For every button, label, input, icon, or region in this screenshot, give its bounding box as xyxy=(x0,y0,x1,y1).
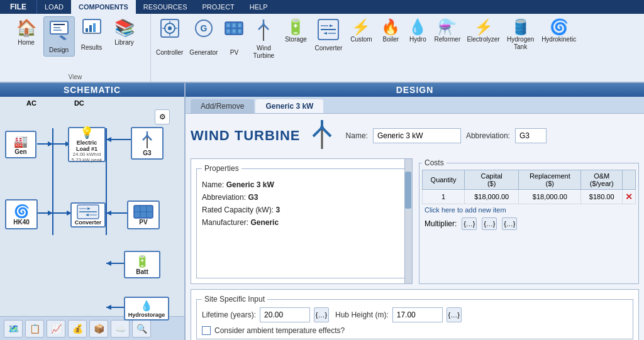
file-tab[interactable]: FILE xyxy=(0,0,37,14)
menu-help[interactable]: HELP xyxy=(242,0,275,14)
electrolyzer-button[interactable]: ⚡ Electrolyzer xyxy=(464,16,502,45)
hk40-node[interactable]: 🌀 HK40 xyxy=(5,199,38,229)
svg-rect-8 xyxy=(93,23,96,32)
ambient-temp-label: Consider ambient temperature effects? xyxy=(214,326,345,335)
wind-turbine-icon xyxy=(253,18,274,45)
col-capital: Capital($) xyxy=(465,170,519,190)
electric-load-node[interactable]: 💡 Electric Load #1 24.00 kWh/d5.73 kW pe… xyxy=(68,127,106,162)
multiplier-label: Multiplier: xyxy=(425,219,457,228)
settings-button[interactable]: ⚙ xyxy=(155,109,170,124)
boiler-button[interactable]: 🔥 Boiler xyxy=(377,16,404,45)
properties-scrollbar[interactable] xyxy=(404,159,412,283)
g3-node[interactable]: G3 xyxy=(131,127,164,160)
lifetime-input[interactable] xyxy=(260,307,310,322)
cost-replacement[interactable]: $18,000.00 xyxy=(519,190,581,204)
view-section-label: View xyxy=(69,74,82,80)
storage-icon: 🔋 xyxy=(286,18,305,36)
svg-marker-59 xyxy=(106,305,111,310)
hub-height-formula-button[interactable]: {…} xyxy=(447,307,462,322)
svg-marker-55 xyxy=(106,211,111,216)
hydrogen-tank-button[interactable]: 🛢️ HydrogenTank xyxy=(504,16,538,53)
lifetime-label: Lifetime (years): xyxy=(202,310,256,319)
menu-load[interactable]: LOAD xyxy=(37,0,71,14)
pv-button[interactable]: PV xyxy=(221,16,247,58)
search-button[interactable]: 🔍 xyxy=(132,320,151,337)
package-button[interactable]: 📦 xyxy=(89,320,108,337)
svg-rect-28 xyxy=(238,30,241,33)
pv-node[interactable]: PV xyxy=(127,200,160,229)
cloud-button[interactable]: ☁️ xyxy=(111,320,130,337)
multiplier-btn-1[interactable]: {…} xyxy=(462,217,477,230)
menu-resources[interactable]: RESOURCES xyxy=(136,0,195,14)
hub-height-input[interactable] xyxy=(392,307,443,322)
menu-components[interactable]: COMPONENTS xyxy=(71,0,136,14)
converter-icon xyxy=(317,18,340,45)
reformer-icon: ⚗️ xyxy=(438,18,457,36)
svg-rect-26 xyxy=(227,30,230,33)
design-button[interactable]: Design xyxy=(43,16,75,57)
multiplier-btn-3[interactable]: {…} xyxy=(502,217,517,230)
ac-label: AC xyxy=(26,99,36,107)
svg-marker-47 xyxy=(106,137,111,142)
results-icon xyxy=(82,18,102,43)
svg-rect-7 xyxy=(89,25,92,32)
cost-om[interactable]: $180.00 xyxy=(581,190,623,204)
prop-name-row: Name: Generic 3 kW xyxy=(202,180,401,189)
svg-rect-25 xyxy=(238,24,241,27)
svg-point-12 xyxy=(168,26,172,30)
custom-icon: ⚡ xyxy=(352,18,370,36)
custom-button[interactable]: ⚡ Custom xyxy=(346,16,376,45)
map-button[interactable]: 🗺️ xyxy=(4,320,23,337)
design-icon xyxy=(48,19,70,45)
svg-line-33 xyxy=(258,25,264,30)
col-replacement: Replacement($) xyxy=(519,170,581,190)
storage-button[interactable]: 🔋 Storage xyxy=(280,16,311,45)
hydro-button[interactable]: 💧 Hydro xyxy=(405,16,430,45)
hydrokinetic-icon: 🌀 xyxy=(550,18,569,36)
cost-button[interactable]: 💰 xyxy=(68,320,87,337)
cost-capital[interactable]: $18,000.00 xyxy=(465,190,519,204)
gen-node[interactable]: 🏭 Gen xyxy=(5,131,36,158)
svg-text:G: G xyxy=(200,23,207,33)
converter-button[interactable]: Converter xyxy=(312,16,345,54)
chart-button[interactable]: 📈 xyxy=(47,320,65,337)
svg-rect-27 xyxy=(233,30,235,33)
schematic-title: SCHEMATIC xyxy=(0,83,184,97)
name-input[interactable] xyxy=(373,128,461,143)
wind-turbine-button[interactable]: WindTurbine xyxy=(248,16,279,62)
add-item-row[interactable]: Click here to add new item xyxy=(422,204,636,216)
electrolyzer-icon: ⚡ xyxy=(474,18,493,36)
reformer-button[interactable]: ⚗️ Reformer xyxy=(431,16,463,45)
hydrokinetic-button[interactable]: 🌀 Hydrokinetic xyxy=(539,16,579,45)
site-specific-legend: Site Specific Input xyxy=(202,295,267,304)
col-quantity: Quantity xyxy=(423,170,465,190)
multiplier-btn-2[interactable]: {…} xyxy=(482,217,497,230)
svg-marker-57 xyxy=(106,261,111,266)
delete-row-button[interactable]: ✕ xyxy=(625,192,633,202)
svg-rect-6 xyxy=(86,28,88,32)
dc-label: DC xyxy=(74,99,84,107)
svg-line-32 xyxy=(264,25,269,30)
cost-row: 1 $18,000.00 $18,000.00 $180.00 ✕ xyxy=(423,190,636,204)
batt-node[interactable]: 🔋 Batt xyxy=(124,251,160,278)
abbreviation-input[interactable] xyxy=(515,128,547,143)
svg-line-78 xyxy=(322,128,331,136)
menu-project[interactable]: PROJECT xyxy=(195,0,242,14)
wind-turbine-large-icon xyxy=(308,119,336,152)
schema-button[interactable]: 📋 xyxy=(25,320,44,337)
home-button[interactable]: 🏠 Home xyxy=(11,16,42,48)
tab-generic-3kw[interactable]: Generic 3 kW xyxy=(255,99,323,113)
generator-button[interactable]: G Generator xyxy=(187,16,220,58)
cost-quantity[interactable]: 1 xyxy=(423,190,465,204)
ambient-temp-checkbox[interactable] xyxy=(202,326,211,335)
svg-line-64 xyxy=(143,136,147,140)
controller-button[interactable]: Controller xyxy=(153,16,186,58)
results-button[interactable]: Results xyxy=(76,16,108,53)
controller-icon xyxy=(160,18,180,49)
hydrostorage-node[interactable]: 💧 Hydrostorage xyxy=(124,297,169,321)
lifetime-formula-button[interactable]: {…} xyxy=(314,307,329,322)
svg-marker-43 xyxy=(48,141,53,146)
library-button[interactable]: 📚 Library xyxy=(109,16,140,48)
converter-node[interactable]: Converter xyxy=(70,202,106,228)
tab-add-remove[interactable]: Add/Remove xyxy=(191,99,254,113)
